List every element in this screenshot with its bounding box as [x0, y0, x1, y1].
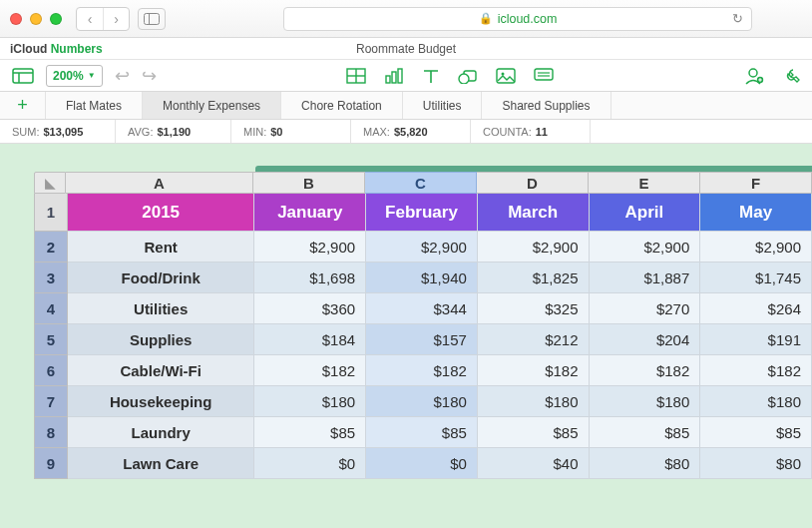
value-cell[interactable]: $2,900 [700, 232, 812, 263]
back-button[interactable]: ‹ [77, 8, 103, 30]
stat-counta[interactable]: COUNTA: 11 [471, 120, 591, 143]
insert-comment-button[interactable] [534, 68, 554, 84]
stat-sum[interactable]: SUM: $13,095 [0, 120, 116, 143]
insert-text-button[interactable] [422, 68, 440, 84]
value-cell[interactable]: $1,825 [478, 263, 590, 293]
sheet-tab[interactable]: Chore Rotation [281, 92, 403, 119]
row-header[interactable]: 3 [34, 263, 68, 293]
value-cell[interactable]: $180 [478, 386, 590, 417]
insert-chart-button[interactable] [384, 68, 404, 84]
app-name[interactable]: iCloud Numbers [0, 42, 103, 56]
row-header[interactable]: 1 [34, 194, 68, 232]
view-button[interactable] [12, 68, 34, 84]
value-cell[interactable]: $180 [590, 386, 701, 417]
value-cell[interactable]: $1,887 [590, 263, 701, 293]
value-cell[interactable]: $85 [590, 417, 701, 448]
value-cell[interactable]: $264 [700, 293, 812, 324]
sidebar-toggle-button[interactable] [138, 8, 166, 30]
row-header[interactable]: 9 [34, 448, 68, 479]
category-cell[interactable]: Supplies [68, 324, 254, 355]
category-cell[interactable]: Rent [68, 232, 254, 263]
value-cell[interactable]: $85 [478, 417, 590, 448]
value-cell[interactable]: $182 [366, 355, 478, 386]
address-bar[interactable]: 🔒 icloud.com ↻ [283, 7, 752, 31]
value-cell[interactable]: $182 [254, 355, 366, 386]
value-cell[interactable]: $0 [366, 448, 478, 479]
minimize-window-button[interactable] [30, 13, 42, 25]
value-cell[interactable]: $182 [700, 355, 812, 386]
value-cell[interactable]: $80 [700, 448, 812, 479]
value-cell[interactable]: $180 [700, 386, 812, 417]
category-cell[interactable]: Utilities [68, 293, 254, 324]
value-cell[interactable]: $182 [590, 355, 701, 386]
month-header-cell[interactable]: March [478, 194, 590, 232]
value-cell[interactable]: $344 [366, 293, 478, 324]
category-cell[interactable]: Lawn Care [68, 448, 254, 479]
category-cell[interactable]: Food/Drink [68, 263, 254, 293]
row-header[interactable]: 5 [34, 324, 68, 355]
value-cell[interactable]: $212 [478, 324, 590, 355]
category-cell[interactable]: Laundry [68, 417, 254, 448]
close-window-button[interactable] [10, 13, 22, 25]
format-button[interactable] [780, 67, 800, 85]
reload-button[interactable]: ↻ [732, 11, 743, 26]
zoom-select[interactable]: 200%▼ [46, 65, 103, 87]
value-cell[interactable]: $360 [254, 293, 366, 324]
value-cell[interactable]: $1,698 [254, 263, 366, 293]
sheet-tab[interactable]: Monthly Expenses [143, 92, 281, 119]
value-cell[interactable]: $180 [254, 386, 366, 417]
value-cell[interactable]: $1,745 [700, 263, 812, 293]
row-header[interactable]: 7 [34, 386, 68, 417]
value-cell[interactable]: $157 [366, 324, 478, 355]
value-cell[interactable]: $2,900 [254, 232, 366, 263]
month-header-cell[interactable]: January [254, 194, 366, 232]
value-cell[interactable]: $180 [366, 386, 478, 417]
value-cell[interactable]: $184 [254, 324, 366, 355]
category-cell[interactable]: Housekeeping [68, 386, 254, 417]
value-cell[interactable]: $1,940 [366, 263, 478, 293]
column-header[interactable]: B [253, 172, 365, 194]
row-header[interactable]: 4 [34, 293, 68, 324]
stat-max[interactable]: MAX: $5,820 [351, 120, 471, 143]
value-cell[interactable]: $204 [590, 324, 701, 355]
value-cell[interactable]: $191 [700, 324, 812, 355]
redo-button[interactable]: ↪ [142, 65, 157, 87]
forward-button[interactable]: › [103, 8, 129, 30]
value-cell[interactable]: $85 [700, 417, 812, 448]
select-all-corner[interactable]: ◣ [34, 172, 66, 194]
add-sheet-button[interactable]: + [0, 92, 46, 119]
category-cell[interactable]: Cable/Wi-Fi [68, 355, 254, 386]
month-header-cell[interactable]: May [700, 194, 812, 232]
column-header[interactable]: E [589, 172, 700, 194]
value-cell[interactable]: $2,900 [590, 232, 701, 263]
row-header[interactable]: 6 [34, 355, 68, 386]
value-cell[interactable]: $270 [590, 293, 701, 324]
insert-shape-button[interactable] [458, 68, 478, 84]
column-header[interactable]: A [66, 172, 253, 194]
sheet-tab[interactable]: Utilities [403, 92, 483, 119]
insert-media-button[interactable] [496, 68, 516, 84]
value-cell[interactable]: $85 [366, 417, 478, 448]
year-header-cell[interactable]: 2015 [68, 194, 254, 232]
insert-table-button[interactable] [346, 68, 366, 84]
value-cell[interactable]: $40 [478, 448, 590, 479]
collaborate-button[interactable] [744, 67, 764, 85]
fullscreen-window-button[interactable] [50, 13, 62, 25]
value-cell[interactable]: $2,900 [366, 232, 478, 263]
sheet-canvas[interactable]: ◣ ABCDEF 12015JanuaryFebruaryMarchAprilM… [0, 144, 812, 528]
row-header[interactable]: 2 [34, 232, 68, 263]
stat-avg[interactable]: AVG: $1,190 [116, 120, 231, 143]
column-header[interactable]: D [477, 172, 589, 194]
sheet-tab[interactable]: Flat Mates [46, 92, 143, 119]
value-cell[interactable]: $0 [254, 448, 366, 479]
column-header[interactable]: C [365, 172, 477, 194]
column-header[interactable]: F [700, 172, 812, 194]
value-cell[interactable]: $2,900 [478, 232, 590, 263]
value-cell[interactable]: $325 [478, 293, 590, 324]
row-header[interactable]: 8 [34, 417, 68, 448]
value-cell[interactable]: $182 [478, 355, 590, 386]
undo-button[interactable]: ↩ [115, 65, 130, 87]
month-header-cell[interactable]: February [366, 194, 478, 232]
stat-min[interactable]: MIN: $0 [231, 120, 351, 143]
value-cell[interactable]: $80 [590, 448, 701, 479]
